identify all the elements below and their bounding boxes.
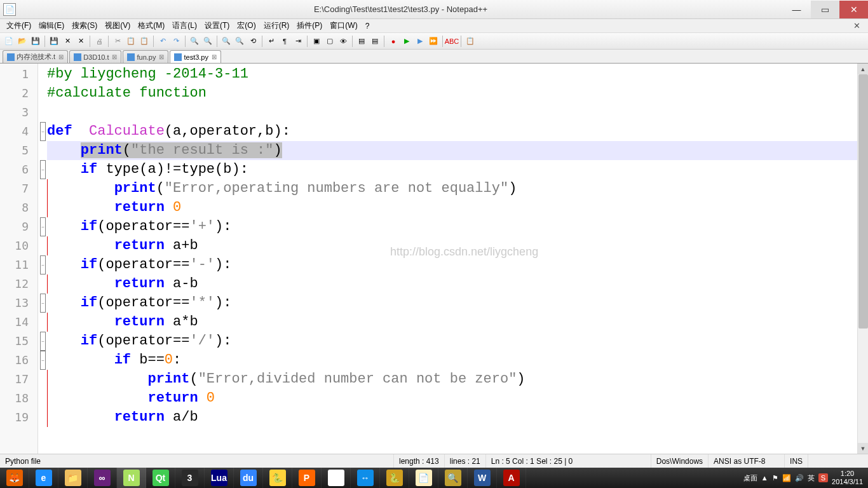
taskbar-app-baidu[interactable]: du <box>234 468 263 488</box>
zoom-out-button[interactable]: 🔍 <box>233 35 246 48</box>
file-tab[interactable]: test3.py⊠ <box>170 50 221 63</box>
cut-button[interactable]: ✂ <box>111 35 124 48</box>
tab-close-icon[interactable]: ⊠ <box>159 53 164 60</box>
close-button[interactable]: ✕ <box>839 1 868 18</box>
indent-button[interactable]: ⇥ <box>292 35 304 48</box>
scroll-up-arrow[interactable]: ▲ <box>858 64 868 74</box>
fold-marker[interactable]: − <box>38 122 47 141</box>
file-tab[interactable]: D3D10.t⊠ <box>69 50 121 63</box>
fold-marker[interactable]: − <box>38 160 47 179</box>
fold-marker[interactable]: − <box>38 294 47 313</box>
fold-marker[interactable] <box>38 84 47 103</box>
fold-marker[interactable] <box>38 408 47 427</box>
code-line[interactable]: if(operator=='-'): <box>47 255 868 274</box>
comment-button[interactable]: ▤ <box>355 35 368 48</box>
taskbar-app-lua[interactable]: Lua <box>205 468 234 488</box>
unfold-button[interactable]: ▢ <box>323 35 336 48</box>
uncomment-button[interactable]: ▤ <box>369 35 381 48</box>
taskbar-app-explorer[interactable]: 📁 <box>58 468 88 488</box>
taskbar-app-firefox[interactable]: 🦊 <box>0 468 29 488</box>
taskbar-app-python[interactable]: 🐍 <box>263 468 292 488</box>
menu-item[interactable]: 格式(M) <box>134 19 168 32</box>
tray-flag-icon[interactable]: ⚑ <box>772 474 778 482</box>
replace-button[interactable]: 🔍 <box>201 35 214 48</box>
hidden-button[interactable]: 👁 <box>337 35 349 48</box>
menu-item[interactable]: 宏(O) <box>233 19 259 32</box>
fold-button[interactable]: ▣ <box>310 35 323 48</box>
print-button[interactable]: 🖨 <box>93 35 105 48</box>
taskbar-app-p[interactable]: P <box>292 468 322 488</box>
tray-clock[interactable]: 1:20 2014/3/11 <box>832 470 863 486</box>
copy-button[interactable]: 📋 <box>125 35 137 48</box>
sync-button[interactable]: ⟲ <box>247 35 259 48</box>
tab-close-icon[interactable]: ⊠ <box>58 53 64 60</box>
taskbar-app-acrobat[interactable]: A <box>497 468 526 488</box>
maximize-button[interactable]: ▭ <box>811 1 839 18</box>
taskbar-app-notepadpp[interactable]: N <box>117 468 146 488</box>
fold-marker[interactable] <box>38 274 47 294</box>
tab-close-icon[interactable]: ⊠ <box>212 53 217 60</box>
code-area[interactable]: http://blog.csdn.net/liygcheng #by liygc… <box>47 64 868 454</box>
spell-button[interactable]: ABC <box>445 35 458 48</box>
play-all-button[interactable]: ⏩ <box>427 35 440 48</box>
paste-button[interactable]: 📋 <box>138 35 151 48</box>
taskbar-app-qt[interactable]: Qt <box>146 468 175 488</box>
redo-button[interactable]: ↷ <box>170 35 182 48</box>
fold-marker[interactable] <box>38 198 47 217</box>
record-button[interactable]: ● <box>387 35 400 48</box>
code-line[interactable]: print("Error,operating numbers are not e… <box>47 179 868 198</box>
fold-marker[interactable] <box>38 236 47 255</box>
tray-chevron-icon[interactable]: ▲ <box>761 474 768 482</box>
taskbar-app-word[interactable]: W <box>468 468 497 488</box>
zoom-in-button[interactable]: 🔍 <box>220 35 233 48</box>
taskbar-app-vs[interactable]: ∞ <box>88 468 117 488</box>
code-line[interactable]: #calculate function <box>47 84 868 103</box>
taskbar-app-notepad[interactable]: 📄 <box>409 468 438 488</box>
editor[interactable]: 12345678910111213141516171819 −−−−−−− ht… <box>0 64 868 454</box>
file-tab[interactable]: 内存池技术.t⊠ <box>3 50 68 63</box>
code-line[interactable]: print("Error,divided number can not be z… <box>47 370 868 389</box>
taskbar-app-pycharm[interactable]: 🐍 <box>380 468 409 488</box>
menu-item[interactable]: 文件(F) <box>3 19 35 32</box>
tray-network-icon[interactable]: 📶 <box>782 474 791 482</box>
code-line[interactable]: def Calculate(a,operator,b): <box>47 122 868 141</box>
fold-marker[interactable]: − <box>38 351 47 370</box>
minimize-button[interactable]: — <box>782 1 811 18</box>
code-line[interactable]: print("the result is :") <box>47 141 868 160</box>
code-line[interactable] <box>47 103 868 122</box>
fold-marker[interactable] <box>38 103 47 122</box>
taskbar-app-3ds[interactable]: 3 <box>175 468 205 488</box>
taskbar-app-ie[interactable]: e <box>29 468 58 488</box>
fold-marker[interactable] <box>38 389 47 408</box>
play-button[interactable]: ▶ <box>400 35 413 48</box>
menu-item[interactable]: 运行(R) <box>260 19 294 32</box>
code-line[interactable]: if(operator=='/'): <box>47 332 868 351</box>
wrap-button[interactable]: ↵ <box>265 35 278 48</box>
menu-item[interactable]: ? <box>362 20 374 32</box>
menu-item[interactable]: 搜索(S) <box>68 19 101 32</box>
fold-marker[interactable] <box>38 141 47 160</box>
code-line[interactable]: return a+b <box>47 236 868 255</box>
close-button[interactable]: ✕ <box>61 35 74 48</box>
menu-item[interactable]: 插件(P) <box>293 19 326 32</box>
show-all-button[interactable]: ¶ <box>278 35 291 48</box>
code-line[interactable]: if(operator=='*'): <box>47 294 868 313</box>
menubar-close-icon[interactable]: ✕ <box>848 21 865 30</box>
fold-marker[interactable] <box>38 179 47 198</box>
system-tray[interactable]: 桌面 ▲ ⚑ 📶 🔊 英 S 1:20 2014/3/11 <box>738 470 868 486</box>
file-tab[interactable]: fun.py⊠ <box>123 50 168 63</box>
doc-button[interactable]: 📋 <box>464 35 477 48</box>
save-button[interactable]: 💾 <box>29 35 42 48</box>
code-line[interactable]: if b==0: <box>47 351 868 370</box>
code-line[interactable]: return a/b <box>47 408 868 427</box>
tray-volume-icon[interactable]: 🔊 <box>795 474 804 482</box>
code-line[interactable]: return 0 <box>47 389 868 408</box>
taskbar-app-chrome[interactable]: ◉ <box>322 468 351 488</box>
code-line[interactable]: if(operator=='+'): <box>47 217 868 236</box>
menu-item[interactable]: 编辑(E) <box>35 19 68 32</box>
save-all-button[interactable]: 💾 <box>48 35 60 48</box>
scroll-down-arrow[interactable]: ▼ <box>858 443 868 454</box>
scroll-thumb[interactable] <box>858 74 868 329</box>
menu-item[interactable]: 设置(T) <box>201 19 233 32</box>
fold-marker[interactable] <box>38 370 47 389</box>
